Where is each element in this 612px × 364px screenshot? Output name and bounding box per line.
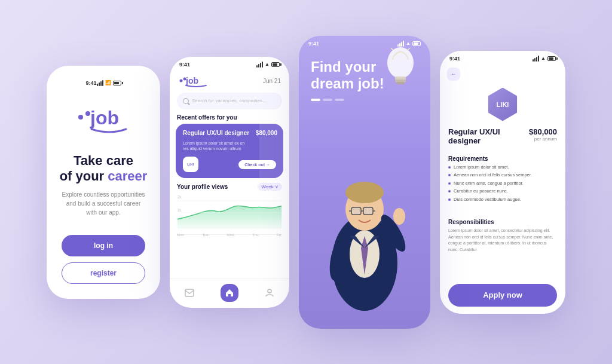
responsibilities-text: Lorem ipsum dolor sit amet, consectetur … <box>448 228 557 253</box>
search-bar[interactable]: Search for vacancies, companies... <box>177 93 282 109</box>
app-logo-1: job <box>74 100 133 139</box>
nav-profile-icon[interactable] <box>261 284 279 302</box>
phone-welcome: 9:41 📶 <box>47 66 160 299</box>
week-dropdown[interactable]: Week ∨ <box>258 183 282 191</box>
status-bar-1: 9:41 📶 <box>76 75 130 88</box>
req-text-3: Nunc enim ante, congue a porttitor. <box>454 181 524 187</box>
requirements-list: Lorem ipsum dolor sit amet. Aenean non o… <box>440 164 565 215</box>
search-placeholder: Search for vacancies, companies... <box>192 98 267 103</box>
svg-line-18 <box>391 48 393 50</box>
company-logo-hex: LIKI <box>486 88 519 121</box>
profile-views-title: Your profile views <box>177 183 228 190</box>
req-text-2: Aenean non orci id felis cursus semper. <box>454 172 532 179</box>
person-svg <box>305 143 424 329</box>
phone-home: 9:41 ▲ <box>170 57 289 308</box>
signal-icon-4 <box>533 56 539 62</box>
requirements-section-title: Requirements <box>440 152 565 164</box>
svg-point-3 <box>180 79 183 82</box>
wifi-icon-1: 📶 <box>105 80 111 85</box>
welcome-subtitle: Explore countless opportunities and buil… <box>62 190 145 217</box>
phone-hero: 9:41 ▲ <box>299 36 430 329</box>
home-header: job Jun 21 <box>170 70 289 90</box>
back-button[interactable]: ← <box>447 68 460 81</box>
detail-salary-block: $80,000 per annum <box>529 127 557 142</box>
req-text-1: Lorem ipsum dolor sit amet. <box>454 164 509 171</box>
req-bullet-1 <box>448 166 451 169</box>
svg-text:job: job <box>90 107 119 129</box>
status-time-4: 9:41 <box>449 56 460 62</box>
screens-container: 9:41 📶 <box>0 0 612 364</box>
req-item-1: Lorem ipsum dolor sit amet. <box>448 164 557 171</box>
chart-label-thu: Thu. <box>252 233 259 237</box>
signal-icon-2 <box>256 62 263 68</box>
search-icon <box>183 98 189 104</box>
welcome-content: 9:41 📶 <box>47 66 160 299</box>
status-time-2: 9:41 <box>179 62 190 68</box>
job-card-title: Regular UX/UI designer <box>183 130 249 136</box>
svg-text:2k: 2k <box>178 195 182 199</box>
nav-mail-icon[interactable] <box>180 284 198 302</box>
battery-icon-2 <box>271 62 280 67</box>
hero-dot-3 <box>335 99 344 101</box>
chart-label-fri: Fri. <box>277 233 282 237</box>
chart-label-wed: Wed. <box>227 233 235 237</box>
profile-views-section: Your profile views Week ∨ 2k <box>170 183 289 278</box>
req-item-2: Aenean non orci id felis cursus semper. <box>448 172 557 179</box>
hero-content: 9:41 ▲ <box>299 36 430 329</box>
status-bar-2: 9:41 ▲ <box>170 57 289 70</box>
svg-rect-15 <box>396 82 405 84</box>
svg-rect-25 <box>363 207 373 215</box>
req-text-5: Duis commodo vestibulum augue. <box>454 197 521 203</box>
req-text-4: Curabitur eu posuere nunc. <box>454 188 508 195</box>
login-button[interactable]: log in <box>62 235 145 256</box>
svg-line-17 <box>408 48 410 50</box>
req-bullet-3 <box>448 182 451 185</box>
status-icons-4: ▲ <box>533 56 556 62</box>
svg-rect-10 <box>185 289 194 296</box>
register-button[interactable]: register <box>62 262 145 284</box>
status-icons-2: ▲ <box>256 62 280 68</box>
job-card-salary: $80,000 <box>256 130 277 136</box>
req-bullet-2 <box>448 174 451 176</box>
svg-point-30 <box>393 208 405 225</box>
phone-job-detail: 9:41 ▲ ← LIK <box>440 51 565 314</box>
svg-point-11 <box>268 289 271 293</box>
svg-text:1k: 1k <box>178 208 182 212</box>
status-time-3: 9:41 <box>308 41 319 47</box>
req-bullet-4 <box>448 190 451 192</box>
views-chart: 2k 1k <box>177 193 282 229</box>
apply-now-button[interactable]: Apply now <box>448 284 557 307</box>
status-bar-4: 9:41 ▲ <box>440 51 565 64</box>
job-info: Regular UX/UI designer $80,000 per annum <box>440 127 565 152</box>
signal-icon-1 <box>97 80 103 86</box>
svg-point-23 <box>345 182 384 203</box>
status-icons-1: 📶 <box>97 80 121 86</box>
wifi-icon-4: ▲ <box>541 56 546 61</box>
detail-per-annum: per annum <box>529 136 557 142</box>
person-illustration <box>299 106 430 328</box>
nav-home-icon[interactable] <box>221 284 238 302</box>
hero-dot-1 <box>311 99 320 101</box>
svg-point-1 <box>85 111 90 116</box>
home-content: 9:41 ▲ <box>170 57 289 308</box>
detail-job-title: Regular UX/UI designer <box>448 127 508 146</box>
battery-icon-1 <box>113 81 121 85</box>
welcome-title: Take careof your career <box>60 153 148 185</box>
detail-salary: $80,000 <box>529 127 557 136</box>
responsibilities-section-title: Responsibilities <box>440 215 565 228</box>
bottom-nav <box>170 279 289 308</box>
status-time-1: 9:41 <box>85 80 96 86</box>
job-card-desc: Lorem ipsum dolor sit amet ex en res ali… <box>183 140 276 152</box>
detail-header: ← <box>440 64 565 85</box>
profile-views-header: Your profile views Week ∨ <box>177 183 282 191</box>
liki-badge-small: LIKI <box>183 157 198 172</box>
battery-icon-4 <box>547 56 556 61</box>
lightbulb-decoration <box>377 42 424 90</box>
svg-text:job: job <box>185 76 198 85</box>
req-item-4: Curabitur eu posuere nunc. <box>448 188 557 195</box>
req-item-5: Duis commodo vestibulum augue. <box>448 197 557 203</box>
responsibilities-section: Lorem ipsum dolor sit amet, consectetur … <box>440 228 565 279</box>
logo-svg-1: job <box>74 100 133 136</box>
recent-offers-title: Recent offers for you <box>170 114 289 124</box>
job-card[interactable]: Regular UX/UI designer $80,000 Lorem ips… <box>176 124 283 179</box>
